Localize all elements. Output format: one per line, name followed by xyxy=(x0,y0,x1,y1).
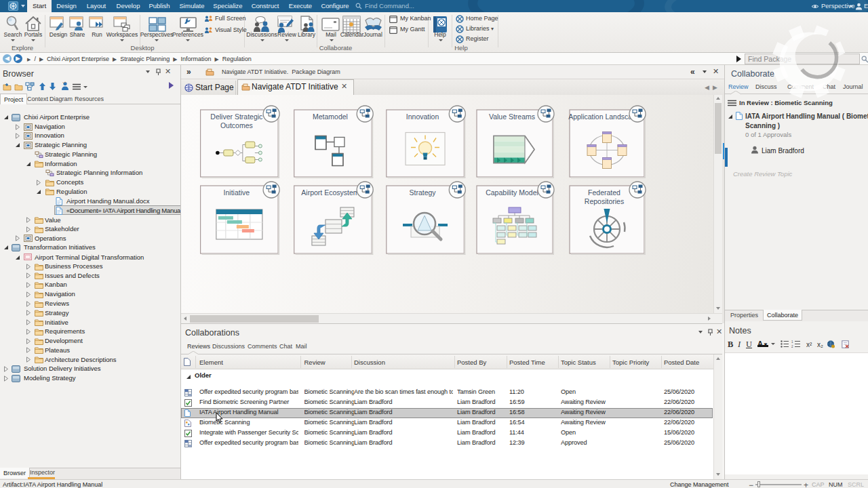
svg-text:Initiative: Initiative xyxy=(224,188,250,197)
svg-text:Airport Ecosystem: Airport Ecosystem xyxy=(301,188,359,197)
svg-text:Metamodel: Metamodel xyxy=(313,113,348,121)
svg-text:Federated: Federated xyxy=(588,188,620,197)
svg-text:Strategy: Strategy xyxy=(409,188,436,197)
svg-text:2: 2 xyxy=(791,345,793,348)
svg-text:1: 1 xyxy=(791,340,793,344)
svg-text:Innovation: Innovation xyxy=(406,113,439,121)
svg-text:Capability Model: Capability Model xyxy=(486,188,538,197)
svg-text:Value Streams: Value Streams xyxy=(489,113,535,121)
svg-text:Outcomes: Outcomes xyxy=(220,121,253,129)
svg-text:Repositories: Repositories xyxy=(585,197,624,205)
svg-text:Deliver Strategic: Deliver Strategic xyxy=(210,113,262,121)
